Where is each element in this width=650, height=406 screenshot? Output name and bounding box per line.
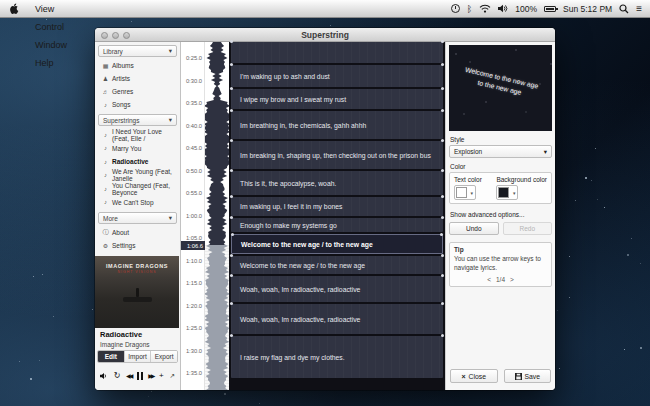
tip-next-button[interactable]: >: [510, 276, 514, 283]
time-tick-label: 1:10.0: [186, 258, 202, 264]
sidebar-library-item[interactable]: ♬ Genres: [95, 85, 180, 98]
text-color-picker[interactable]: ▾: [454, 185, 476, 200]
tip-text: You can use the arrow keys to navigate l…: [454, 255, 547, 273]
library-dropdown[interactable]: Library ▾: [98, 45, 177, 57]
time-tick-label: 0:45.0: [186, 145, 202, 151]
close-window-button[interactable]: [101, 32, 108, 39]
more-item-label: About: [112, 229, 129, 236]
sidebar-more-item[interactable]: ⚙ Settings: [95, 239, 180, 252]
close-button-label: Close: [469, 373, 486, 380]
inspector-panel: Welcome to the new age to the new age St…: [445, 42, 555, 390]
album-cover-subtitle: NIGHT VISIONS: [118, 270, 157, 274]
time-tick-label: 1:15.0: [186, 280, 202, 286]
menu-item[interactable]: Help: [27, 54, 89, 72]
tip-prev-button[interactable]: <: [487, 276, 491, 283]
mode-button[interactable]: Export: [151, 351, 177, 362]
lyric-row[interactable]: Im breathing in, the chemicals, gahh ahh…: [231, 111, 443, 139]
menu-item[interactable]: View: [27, 0, 89, 18]
waveform-column[interactable]: [205, 42, 229, 390]
album-cover-title: IMAGINE DRAGONS: [106, 263, 168, 269]
more-list: ⓘ About ⚙ Settings: [95, 226, 180, 252]
background-color-picker[interactable]: ▾: [496, 185, 518, 200]
mode-button[interactable]: Import: [125, 351, 152, 362]
superstrings-dropdown-label: Superstrings: [103, 117, 140, 124]
lyric-row[interactable]: I raise my flag and dye my clothes.: [231, 336, 443, 378]
spotlight-icon[interactable]: [619, 4, 629, 14]
close-button[interactable]: × Close: [450, 369, 498, 383]
sidebar-song-item[interactable]: ♪ We Can't Stop: [95, 196, 180, 210]
albums-icon: ▦: [102, 62, 109, 69]
genres-icon: ♬: [102, 89, 109, 95]
volume-icon[interactable]: [498, 4, 508, 13]
lyric-row[interactable]: Woah, woah, Im radioactive, radioactive: [231, 304, 443, 334]
lyric-rows: I'm waking up to ash and dust I wipe my …: [231, 42, 443, 390]
follow-playhead-icon[interactable]: ↗: [169, 372, 174, 380]
show-advanced-options-link[interactable]: Show advanced options...: [450, 211, 551, 218]
lyric-row[interactable]: Im waking up, I feel it in my bones: [231, 197, 443, 216]
lyric-row[interactable]: Enough to make my systems go: [231, 218, 443, 232]
sidebar-song-item[interactable]: ♪ I Need Your Love (Feat, Elle /: [95, 128, 180, 142]
zoom-window-button[interactable]: [123, 32, 130, 39]
lyric-row[interactable]: I'm waking up to ash and dust: [231, 65, 443, 87]
album-cover-figure: [136, 288, 139, 297]
lyric-row[interactable]: Im breaking in, shaping up, then checkin…: [231, 141, 443, 169]
save-icon: [515, 373, 522, 380]
menu-item[interactable]: Window: [27, 36, 89, 54]
lyric-row[interactable]: I wipe my brow and I sweat my rust: [231, 89, 443, 109]
time-ruler: 0:25.00:30.00:35.00:40.00:45.00:50.00:55…: [181, 42, 205, 390]
lyric-preview: Welcome to the new age to the new age: [449, 45, 552, 131]
battery-percent: 100%: [515, 4, 537, 14]
sidebar-song-item[interactable]: ♪ Marry You: [95, 142, 180, 156]
time-machine-icon[interactable]: [451, 4, 460, 13]
save-button[interactable]: Save: [504, 369, 552, 383]
sidebar-library-item[interactable]: ▦ Albums: [95, 59, 180, 72]
lyric-row[interactable]: This is it, the apocalypse, woah.: [231, 171, 443, 195]
lyric-text: I wipe my brow and I sweat my rust: [240, 96, 346, 103]
loop-icon[interactable]: ↻: [114, 371, 121, 380]
sidebar-song-item[interactable]: ♪ Radioactive: [95, 155, 180, 169]
undo-button[interactable]: Undo: [449, 222, 499, 235]
sidebar-song-item[interactable]: ♪ You Changed (Feat, Beyonce: [95, 182, 180, 196]
bluetooth-icon[interactable]: ᛒ: [467, 4, 472, 14]
rewind-button[interactable]: ◀◀: [126, 372, 131, 379]
sidebar-library-item[interactable]: ♪ Songs: [95, 98, 180, 111]
time-tick-label: 0:50.0: [186, 168, 202, 174]
redo-button[interactable]: Redo: [503, 222, 553, 235]
background-color-swatch: [498, 187, 509, 198]
lyric-row[interactable]: Woah, woah, Im radioactive, radioactive: [231, 276, 443, 302]
add-lyric-icon[interactable]: +: [159, 371, 164, 380]
track-artist: Imagine Dragons: [100, 341, 177, 348]
notification-center-icon[interactable]: ≡: [636, 3, 642, 14]
lyric-text: Woah, woah, Im radioactive, radioactive: [240, 286, 360, 293]
album-artwork: IMAGINE DRAGONS NIGHT VISIONS: [95, 256, 179, 328]
sidebar-song-item[interactable]: ♪ We Are Young (Feat, Janelle: [95, 169, 180, 183]
lyric-row[interactable]: [231, 42, 443, 63]
lyric-row[interactable]: Welcome to the new age / to the new age: [231, 256, 443, 274]
superstring-window: Superstring Library ▾ ▦ Albums ♟ Artists…: [95, 28, 555, 390]
apple-menu-icon[interactable]: [10, 3, 19, 14]
minimize-window-button[interactable]: [112, 32, 119, 39]
superstrings-dropdown[interactable]: Superstrings ▾: [98, 114, 177, 126]
wifi-icon[interactable]: [479, 4, 491, 13]
more-dropdown[interactable]: More ▾: [98, 212, 177, 224]
battery-icon[interactable]: [544, 6, 556, 12]
sidebar-more-item[interactable]: ⓘ About: [95, 226, 180, 239]
style-dropdown[interactable]: Explosion ▾: [449, 145, 552, 158]
style-value: Explosion: [454, 148, 482, 155]
current-time-badge: 1:06.6: [181, 241, 205, 250]
pause-button[interactable]: [137, 372, 143, 380]
sidebar-library-item[interactable]: ♟ Artists: [95, 72, 180, 85]
song-list: ♪ I Need Your Love (Feat, Elle / ♪ Marry…: [95, 128, 180, 209]
mute-icon[interactable]: [100, 372, 108, 380]
song-item-label: Radioactive: [112, 158, 149, 165]
menu-item[interactable]: Control: [27, 18, 89, 36]
background-color-label: Background color: [496, 176, 547, 183]
color-label: Color: [450, 163, 551, 170]
lyric-row[interactable]: Welcome to the new age / to the new age: [231, 234, 443, 254]
window-titlebar[interactable]: Superstring: [95, 28, 555, 42]
settings-icon: ⚙: [102, 242, 109, 249]
fast-forward-button[interactable]: ▶▶: [148, 372, 153, 379]
music-note-icon: ♪: [102, 199, 109, 205]
menu-clock[interactable]: Sun 5:12 PM: [563, 4, 612, 14]
mode-button[interactable]: Edit: [98, 351, 125, 362]
